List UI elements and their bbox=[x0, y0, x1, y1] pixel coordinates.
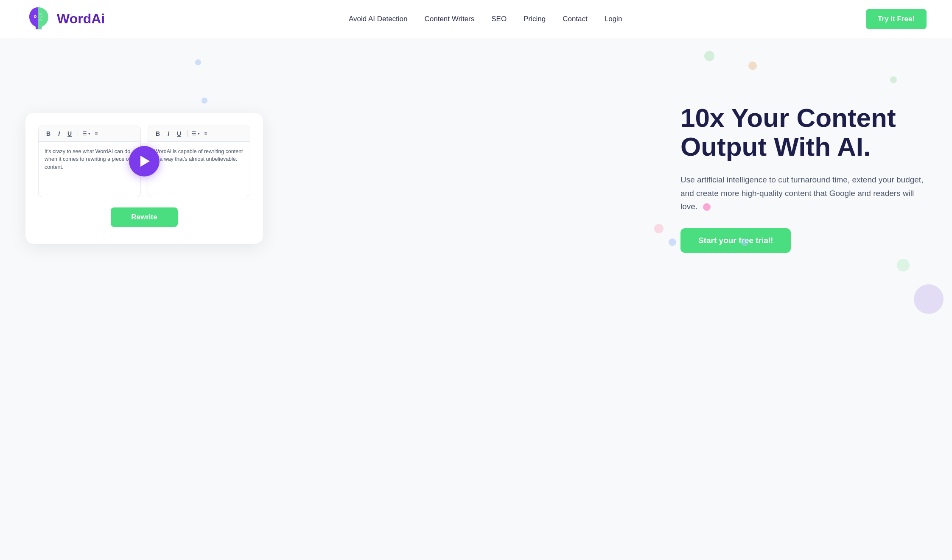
hero-text: 10x Your Content Output With AI. Use art… bbox=[647, 104, 927, 253]
deco-circle-2 bbox=[202, 98, 207, 104]
deco-circle-8 bbox=[897, 259, 910, 272]
hero-section: B I U ☰ ▾ ≡ It's crazy to see what WordA… bbox=[0, 38, 952, 327]
logo-icon: 0 1 1 0 0 1 bbox=[25, 6, 53, 33]
bold-btn-left[interactable]: B bbox=[45, 129, 52, 138]
nav-links: Avoid AI Detection Content Writers SEO P… bbox=[349, 15, 622, 23]
deco-circle-10 bbox=[914, 284, 944, 314]
italic-btn-left[interactable]: I bbox=[56, 129, 62, 138]
logo-link[interactable]: 0 1 1 0 0 1 WordAi bbox=[25, 6, 105, 33]
bold-btn-right[interactable]: B bbox=[154, 129, 162, 138]
list-btn-right[interactable]: ☰ ▾ bbox=[192, 131, 200, 137]
nav-avoid-ai[interactable]: Avoid AI Detection bbox=[349, 15, 408, 23]
hero-subtext: Use artificial intelligence to cut turna… bbox=[680, 173, 927, 213]
sep-2 bbox=[187, 130, 188, 137]
navbar: 0 1 1 0 0 1 WordAi Avoid AI Detection Co… bbox=[0, 0, 952, 38]
hero-headline: 10x Your Content Output With AI. bbox=[680, 104, 927, 161]
svg-text:0 1: 0 1 bbox=[39, 19, 42, 21]
editor-row: B I U ☰ ▾ ≡ It's crazy to see what WordA… bbox=[38, 126, 250, 197]
list2-btn-left[interactable]: ≡ bbox=[95, 131, 98, 137]
underline-btn-left[interactable]: U bbox=[66, 129, 73, 138]
demo-card: B I U ☰ ▾ ≡ It's crazy to see what WordA… bbox=[25, 113, 263, 244]
nav-contact[interactable]: Contact bbox=[563, 15, 588, 23]
underline-btn-right[interactable]: U bbox=[175, 129, 183, 138]
right-editor: B I U ☰ ▾ ≡ WordAi is capable of rewriti… bbox=[148, 126, 250, 197]
deco-circle-4 bbox=[748, 62, 757, 70]
italic-btn-right[interactable]: I bbox=[166, 129, 171, 138]
left-editor-content[interactable]: It's crazy to see what WordAI can do whe… bbox=[39, 142, 140, 197]
deco-circle-1 bbox=[195, 59, 201, 65]
headline-line1: 10x Your Content bbox=[680, 103, 896, 132]
nav-seo[interactable]: SEO bbox=[491, 15, 507, 23]
nav-pricing[interactable]: Pricing bbox=[524, 15, 546, 23]
logo-text: WordAi bbox=[57, 11, 105, 27]
left-editor: B I U ☰ ▾ ≡ It's crazy to see what WordA… bbox=[38, 126, 141, 197]
demo-wrap: B I U ☰ ▾ ≡ It's crazy to see what WordA… bbox=[25, 113, 263, 244]
list-btn-left[interactable]: ☰ ▾ bbox=[82, 131, 90, 137]
start-trial-button[interactable]: Start your free trial! bbox=[680, 228, 791, 253]
nav-content-writers[interactable]: Content Writers bbox=[425, 15, 475, 23]
rewrite-btn-wrap: Rewrite bbox=[38, 207, 250, 227]
try-free-button[interactable]: Try it Free! bbox=[866, 9, 927, 29]
svg-text:0 1: 0 1 bbox=[39, 13, 42, 15]
right-toolbar: B I U ☰ ▾ ≡ bbox=[148, 126, 250, 142]
left-toolbar: B I U ☰ ▾ ≡ bbox=[39, 126, 140, 142]
deco-circle-3 bbox=[704, 51, 714, 61]
svg-text:1 0: 1 0 bbox=[39, 16, 42, 18]
play-button[interactable] bbox=[129, 146, 160, 176]
rewrite-button[interactable]: Rewrite bbox=[111, 207, 177, 227]
svg-point-4 bbox=[35, 16, 36, 17]
sep-1 bbox=[78, 130, 78, 137]
list2-btn-right[interactable]: ≡ bbox=[204, 131, 207, 137]
play-icon bbox=[140, 156, 150, 167]
pink-accent-dot bbox=[703, 203, 711, 211]
right-editor-content[interactable]: WordAi is capable of rewriting content i… bbox=[148, 142, 250, 197]
headline-line2: Output With AI. bbox=[680, 132, 871, 161]
deco-circle-5 bbox=[890, 76, 897, 83]
nav-login[interactable]: Login bbox=[605, 15, 622, 23]
